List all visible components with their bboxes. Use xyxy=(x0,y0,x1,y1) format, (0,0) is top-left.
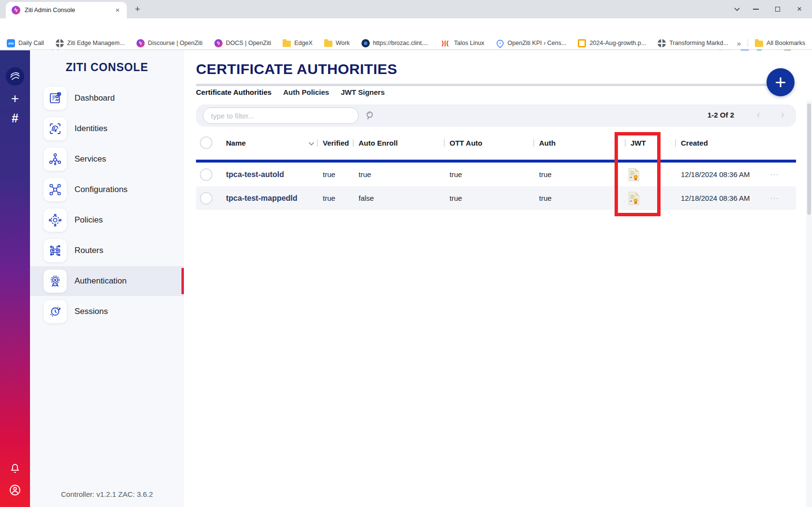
auth-value: true xyxy=(539,163,552,186)
services-network-icon xyxy=(44,148,67,171)
left-rail: + # xyxy=(0,50,30,507)
ca-name[interactable]: tpca-test-autoId xyxy=(226,163,284,186)
sidebar-item-services[interactable]: Services xyxy=(30,144,184,174)
bookmarks-bar: Daily Call Ziti Edge Managem... Discours… xyxy=(0,37,812,50)
sidebar-item-configurations[interactable]: Configurations xyxy=(30,175,184,205)
bookmark-item[interactable]: https://brozac.clint.... xyxy=(361,39,429,47)
bookmark-item[interactable]: DOCS | OpenZiti xyxy=(214,39,271,47)
globe-icon xyxy=(56,39,64,47)
row-checkbox[interactable] xyxy=(200,186,212,210)
tab-jwt-signers[interactable]: JWT Signers xyxy=(341,88,385,96)
pagination-prev-icon[interactable]: ‹ xyxy=(757,108,760,121)
filter-bar: 1-2 Of 2 ‹ › xyxy=(196,104,796,127)
bookmark-item[interactable]: Work xyxy=(324,39,350,47)
row-checkbox[interactable] xyxy=(200,163,212,186)
sidebar-item-policies[interactable]: Policies xyxy=(30,205,184,235)
table-header: Name Verified Auto Enroll OTT Auto Auth … xyxy=(196,132,796,154)
row-more-icon[interactable]: ⋯ xyxy=(770,186,780,210)
router-icon xyxy=(44,239,67,262)
ott-auto-value: true xyxy=(450,186,462,210)
scrollbar-thumb[interactable] xyxy=(807,104,811,215)
profile-icon[interactable] xyxy=(0,484,30,498)
ziti-favicon: ϟ xyxy=(12,6,20,15)
sidebar-item-dashboard[interactable]: Dashboard xyxy=(30,83,184,113)
ca-name[interactable]: tpca-test-mappedId xyxy=(226,186,298,210)
page-scrollbar[interactable] xyxy=(806,101,812,507)
filter-input[interactable] xyxy=(203,107,359,124)
doc-icon xyxy=(578,39,586,47)
tab-certificate-authorities[interactable]: Certificate Authorities xyxy=(196,88,271,96)
page-title: CERTIFICATE AUTHORITIES xyxy=(196,61,397,77)
sort-chevron-icon[interactable] xyxy=(308,139,315,148)
app-title: ZITI CONSOLE xyxy=(30,61,184,74)
bookmark-item[interactable]: OpenZiti KPI › Cens... xyxy=(496,39,567,47)
auto-enroll-value: true xyxy=(359,163,371,186)
created-value: 12/18/2024 08:36 AM xyxy=(681,186,750,210)
new-tab-button[interactable]: + xyxy=(132,4,143,15)
dashboard-icon xyxy=(44,87,67,110)
certificate-icon[interactable] xyxy=(628,186,640,210)
bookmark-item[interactable]: EdgeX xyxy=(283,39,313,47)
sidebar-item-authentication[interactable]: Authentication xyxy=(30,266,184,296)
verified-value: true xyxy=(323,163,335,186)
tab-auth-policies[interactable]: Auth Policies xyxy=(283,88,329,96)
openziti-icon xyxy=(214,39,223,47)
folder-icon xyxy=(283,41,291,47)
openziti-icon xyxy=(136,39,145,47)
folder-icon xyxy=(324,41,332,47)
sidebar-item-routers[interactable]: Routers xyxy=(30,236,184,266)
column-verified[interactable]: Verified xyxy=(323,132,349,154)
notifications-bell-icon[interactable] xyxy=(0,462,30,476)
browser-tab[interactable]: ϟ Ziti Admin Console × xyxy=(6,2,127,18)
section-tabs: Certificate Authorities Auth Policies JW… xyxy=(196,88,385,96)
window-minimize-button[interactable] xyxy=(745,0,767,18)
tab-title: Ziti Admin Console xyxy=(25,7,113,14)
window-maximize-button[interactable] xyxy=(767,0,789,18)
policies-gear-icon xyxy=(44,209,67,232)
bookmark-item[interactable]: Transforming Markd... xyxy=(658,39,728,47)
add-certificate-authority-button[interactable]: + xyxy=(767,68,795,96)
sidebar-item-sessions[interactable]: Sessions xyxy=(30,297,184,327)
column-ott-auto[interactable]: OTT Auto xyxy=(450,132,482,154)
rail-hash-icon[interactable]: # xyxy=(0,111,30,125)
bookmarks-overflow-icon[interactable]: » xyxy=(737,39,741,47)
title-divider xyxy=(196,84,789,86)
configurations-icon xyxy=(44,178,67,201)
column-auth[interactable]: Auth xyxy=(539,132,556,154)
bookmark-item[interactable]: Ziti Edge Managem... xyxy=(56,39,125,47)
authentication-badge-icon xyxy=(44,269,67,293)
browser-tabstrip: ϟ Ziti Admin Console × + × xyxy=(0,0,812,18)
select-all-checkbox[interactable] xyxy=(200,132,212,154)
table-row[interactable]: tpca-test-autoId true true true true 12/… xyxy=(196,163,796,186)
main-content: CERTIFICATE AUTHORITIES + Certificate Au… xyxy=(184,50,812,507)
version-footer: Controller: v1.2.1 ZAC: 3.6.2 xyxy=(30,490,184,498)
rail-add-icon[interactable]: + xyxy=(0,91,30,106)
site-icon xyxy=(361,39,370,47)
column-name[interactable]: Name xyxy=(226,132,246,154)
search-icon[interactable] xyxy=(364,110,376,123)
zoom-icon xyxy=(7,39,15,47)
talos-icon xyxy=(440,39,451,47)
ziti-logo-icon[interactable] xyxy=(6,67,24,86)
created-value: 12/18/2024 08:36 AM xyxy=(681,163,750,186)
bookmark-item[interactable]: 2024-Aug-growth.p... xyxy=(578,39,646,47)
pagination-label: 1-2 Of 2 xyxy=(707,111,734,119)
bookmark-item[interactable]: Talos Linux xyxy=(440,39,484,47)
row-more-icon[interactable]: ⋯ xyxy=(770,163,780,186)
column-auto-enroll[interactable]: Auto Enroll xyxy=(359,132,398,154)
table-row[interactable]: tpca-test-mappedId true false true true … xyxy=(196,186,796,210)
sidebar-nav: ZITI CONSOLE Dashboard Identities Servic… xyxy=(30,50,184,507)
certificate-icon[interactable] xyxy=(628,163,640,186)
all-bookmarks-label[interactable]: All Bookmarks xyxy=(767,40,805,46)
window-close-button[interactable]: × xyxy=(788,0,811,18)
browser-toolbar: https://ctrl.cdaws.clint.demo.openziti.o… xyxy=(0,18,812,37)
auth-value: true xyxy=(539,186,552,210)
pagination-next-icon[interactable]: › xyxy=(781,108,784,121)
column-jwt[interactable]: JWT xyxy=(631,132,646,154)
column-created[interactable]: Created xyxy=(681,132,708,154)
sidebar-item-identities[interactable]: Identities xyxy=(30,114,184,144)
bookmark-item[interactable]: Discourse | OpenZiti xyxy=(136,39,203,47)
bookmark-item[interactable]: Daily Call xyxy=(7,39,44,47)
tab-close-icon[interactable]: × xyxy=(113,6,122,15)
fingerprint-icon xyxy=(44,117,67,140)
